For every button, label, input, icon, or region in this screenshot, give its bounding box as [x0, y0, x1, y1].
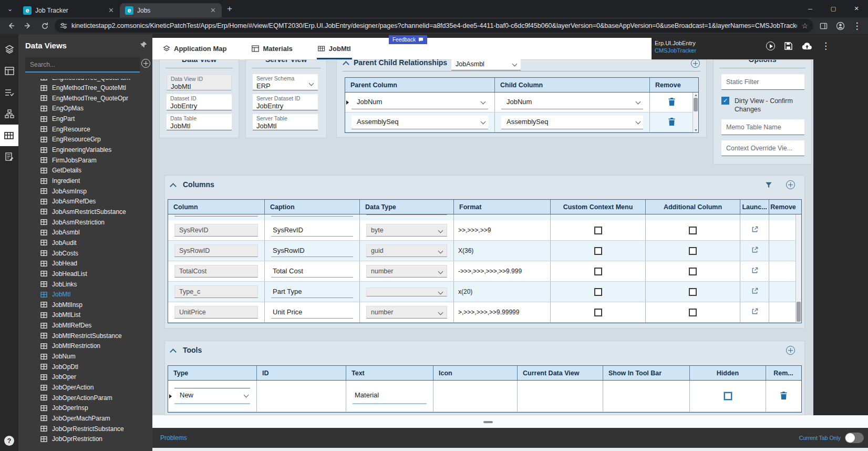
format-field[interactable]: x(20) — [454, 282, 551, 302]
hidden-checkbox[interactable] — [724, 392, 732, 400]
collapse-chevron-icon[interactable] — [343, 61, 349, 68]
child-column-select[interactable]: JobNum — [501, 96, 643, 109]
sidebar-item-EngResourceGrp[interactable]: EngResourceGrp — [40, 135, 101, 145]
sidebar-item-EngOpMas[interactable]: EngOpMas — [40, 104, 84, 114]
tool-text-input[interactable]: Material — [353, 388, 427, 404]
format-field[interactable]: >,>>>,>>>,>>9.99999 — [454, 302, 551, 322]
column-header[interactable]: Rem... — [766, 366, 801, 380]
table-scrollbar[interactable]: ▲ ▼ — [693, 93, 698, 132]
dirty-view-checkbox[interactable]: ✓ — [721, 97, 729, 105]
rail-layers-icon[interactable] — [0, 38, 18, 60]
tab-close-icon[interactable]: ✕ — [209, 6, 218, 14]
caption-input[interactable]: Supplier Quote — [271, 214, 353, 217]
sidebar-item-JobMtlInsp[interactable]: JobMtlInsp — [40, 300, 82, 310]
save-button[interactable] — [784, 42, 793, 50]
forward-icon[interactable] — [21, 19, 35, 33]
browser-menu-icon[interactable]: ⋮ — [850, 19, 864, 33]
column-header[interactable]: Hidden — [690, 366, 766, 380]
sidebar-item-EngMethodTree_QuoteMtl[interactable]: EngMethodTree_QuoteMtl — [40, 83, 126, 93]
additional-column-checkbox[interactable] — [689, 288, 697, 296]
sidebar-item-JobLinks[interactable]: JobLinks — [40, 279, 77, 289]
sidebar-item-Ingredient[interactable]: Ingredient — [40, 176, 80, 186]
column-header[interactable]: Current Data View — [518, 366, 603, 380]
sidebar-item-JobNum[interactable]: JobNum — [40, 352, 76, 362]
sidebar-item-JobOperMachParam[interactable]: JobOperMachParam — [40, 413, 110, 423]
dataset-id-field[interactable]: Dataset ID JobEntry — [167, 94, 232, 110]
sidebar-item-JobOperAction[interactable]: JobOperAction — [40, 383, 94, 393]
sidebar-item-JobOprRestrictSubstance[interactable]: JobOprRestrictSubstance — [40, 424, 124, 434]
bookmark-star-icon[interactable]: ☆ — [801, 22, 808, 30]
sidebar-item-GetDetails[interactable]: GetDetails — [40, 166, 81, 176]
caption-input[interactable]: SysRowID — [271, 245, 353, 257]
data-table-field[interactable]: Data Table JobMtl — [167, 114, 232, 130]
profile-avatar-icon[interactable] — [833, 19, 847, 33]
nav-tab-jobmtl[interactable]: JobMtl — [317, 40, 352, 59]
browser-tab-jobs[interactable]: e Jobs ✕ — [120, 3, 222, 17]
rail-hierarchy-icon[interactable] — [0, 103, 18, 125]
reload-icon[interactable] — [38, 19, 51, 33]
search-input[interactable] — [25, 57, 140, 73]
sidebar-item-JobMtlList[interactable]: JobMtlList — [40, 310, 80, 320]
additional-column-checkbox[interactable] — [689, 227, 697, 234]
scrollbar-thumb[interactable] — [694, 98, 698, 111]
custom-context-menu-checkbox[interactable] — [594, 309, 602, 316]
server-table-field[interactable]: Server Table JobMtl — [253, 114, 318, 130]
sidebar-item-EngMethodTree_QuoteOpr[interactable]: EngMethodTree_QuoteOpr — [40, 93, 128, 103]
problems-link[interactable]: Problems — [160, 434, 187, 442]
pin-icon[interactable] — [140, 41, 147, 50]
caption-input[interactable]: Total Cost — [271, 265, 353, 278]
column-header[interactable]: Remove — [650, 78, 693, 92]
nav-tab-application-map[interactable]: Application Map — [162, 40, 228, 59]
new-tab-button[interactable]: + — [227, 4, 232, 14]
format-field[interactable]: x(8000) — [454, 214, 551, 220]
memo-table-name-input[interactable] — [721, 119, 804, 135]
column-header[interactable]: Remove — [769, 200, 797, 214]
sidebar-item-JobOperActionParam[interactable]: JobOperActionParam — [40, 393, 112, 403]
sidebar-item-JobAsmbl[interactable]: JobAsmbl — [40, 228, 80, 238]
remove-relationship-button[interactable] — [668, 118, 675, 127]
tool-icon-field[interactable] — [433, 381, 518, 412]
collapse-chevron-icon[interactable] — [170, 183, 177, 190]
launch-button[interactable] — [751, 266, 759, 276]
back-icon[interactable] — [4, 19, 18, 33]
launch-button[interactable] — [751, 226, 759, 235]
data-type-select[interactable]: number — [366, 306, 447, 319]
tool-current-data-view-field[interactable] — [518, 381, 603, 412]
column-header[interactable]: Child Column — [495, 78, 650, 92]
sidebar-item-JobHead[interactable]: JobHead — [40, 259, 77, 269]
column-header[interactable]: ID — [257, 366, 346, 380]
sidebar-item-EngineeringVariables[interactable]: EngineeringVariables — [40, 145, 111, 155]
feedback-badge[interactable]: Feedback — [389, 35, 427, 44]
remove-relationship-button[interactable] — [668, 98, 675, 107]
sidebar-item-JobOper[interactable]: JobOper — [40, 372, 76, 382]
add-relationship-button[interactable] — [691, 59, 700, 68]
browser-tab-job-tracker[interactable]: e Job Tracker ✕ — [18, 3, 120, 17]
sidebar-item-EngMethodTree_QuoteAsm[interactable]: EngMethodTree_QuoteAsm — [40, 79, 130, 83]
sidebar-item-JobOpDtl[interactable]: JobOpDtl — [40, 362, 78, 372]
additional-column-checkbox[interactable] — [689, 247, 697, 255]
column-header[interactable]: Format — [454, 200, 551, 214]
remove-tool-button[interactable] — [780, 392, 787, 401]
sidebar-item-JobMtlRestriction[interactable]: JobMtlRestriction — [40, 341, 100, 351]
scrollbar-thumb[interactable] — [797, 302, 801, 322]
sidebar-item-FirmJobsParam[interactable]: FirmJobsParam — [40, 155, 97, 165]
data-type-select[interactable]: byte — [366, 224, 447, 237]
rail-pages-icon[interactable] — [0, 60, 18, 81]
column-header[interactable]: Column — [168, 200, 265, 214]
table-scrollbar[interactable] — [795, 214, 801, 323]
sidebar-item-JobAsmRestriction[interactable]: JobAsmRestriction — [40, 217, 105, 227]
parent-column-select[interactable]: JobNum — [352, 96, 488, 109]
address-bar[interactable]: kinetictestapp2.comsonics/KineticPatchTe… — [55, 19, 813, 33]
add-data-view-button[interactable] — [141, 59, 150, 70]
parent-column-select[interactable]: AssemblySeq — [352, 116, 488, 129]
tool-type-select[interactable]: New — [174, 388, 250, 404]
splitter-handle[interactable] — [483, 421, 493, 423]
launch-button[interactable] — [751, 246, 759, 255]
column-header[interactable]: Text — [346, 366, 433, 380]
sidebar-item-JobAsmRefDes[interactable]: JobAsmRefDes — [40, 197, 96, 207]
sidebar-item-JobMtl[interactable]: JobMtl — [40, 290, 70, 300]
more-options-icon[interactable]: ⋮ — [821, 42, 830, 50]
column-header[interactable]: Additional Column — [646, 200, 740, 214]
tab-search-icon[interactable]: ⌄ — [3, 2, 17, 16]
sidebar-item-JobOperInsp[interactable]: JobOperInsp — [40, 403, 88, 413]
